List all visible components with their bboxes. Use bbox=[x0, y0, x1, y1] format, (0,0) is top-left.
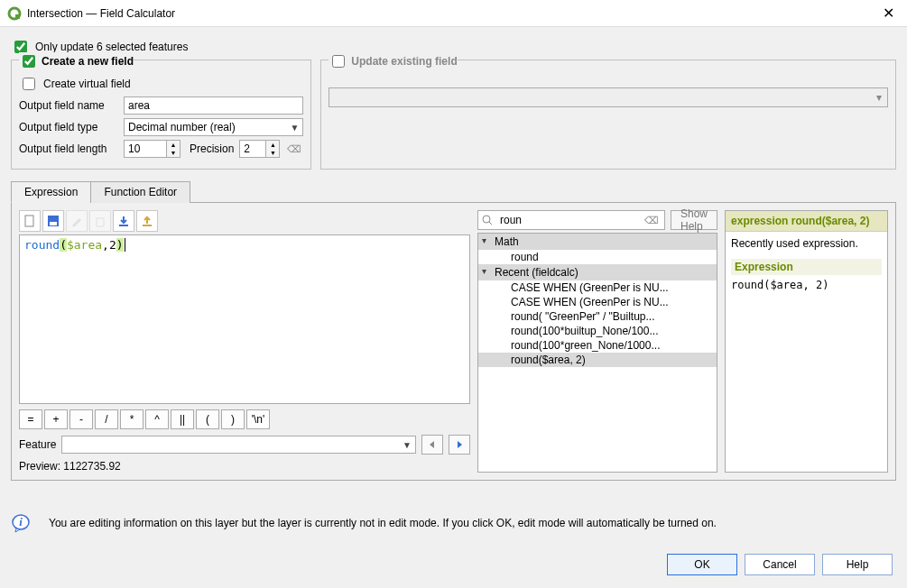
field-name-input[interactable] bbox=[124, 96, 303, 115]
svg-rect-4 bbox=[50, 222, 57, 225]
field-name-label: Output field name bbox=[19, 99, 118, 112]
help-title: expression round($area, 2) bbox=[726, 211, 887, 232]
virtual-field-label: Create virtual field bbox=[43, 78, 131, 90]
tree-group-recent[interactable]: Recent (fieldcalc) bbox=[478, 264, 717, 280]
field-length-label: Output field length bbox=[19, 142, 118, 155]
op-power[interactable]: ^ bbox=[145, 409, 169, 429]
qgis-icon bbox=[7, 6, 22, 21]
field-length-stepper[interactable]: ▲▼ bbox=[124, 140, 180, 158]
update-field-legend: Update existing field bbox=[351, 55, 457, 68]
cancel-button[interactable]: Cancel bbox=[745, 554, 815, 575]
tree-item[interactable]: round(100*builtup_None/100... bbox=[478, 324, 717, 338]
tree-item[interactable]: round bbox=[478, 250, 717, 264]
dialog-buttons: OK Cancel Help bbox=[667, 554, 893, 575]
tree-item[interactable]: CASE WHEN (GreenPer is NU... bbox=[478, 280, 717, 295]
new-file-icon[interactable] bbox=[19, 210, 41, 232]
help-code: round($area, 2) bbox=[731, 279, 882, 291]
edit-icon bbox=[66, 210, 88, 232]
update-field-group: Update existing field ▾ bbox=[320, 60, 896, 170]
virtual-field-checkbox[interactable] bbox=[23, 78, 35, 90]
field-type-label: Output field type bbox=[19, 121, 118, 133]
window-title: Intersection — Field Calculator bbox=[27, 7, 877, 20]
close-icon[interactable]: ✕ bbox=[877, 5, 900, 22]
function-search[interactable]: ⌫ bbox=[477, 210, 665, 230]
feature-next-button[interactable] bbox=[449, 435, 470, 455]
search-icon bbox=[482, 215, 493, 225]
spin-down-icon[interactable]: ▼ bbox=[266, 149, 279, 157]
tree-item[interactable]: CASE WHEN (GreenPer is NU... bbox=[478, 295, 717, 309]
tree-item-selected[interactable]: round($area, 2) bbox=[478, 353, 717, 367]
svg-rect-2 bbox=[25, 216, 33, 226]
feature-label: Feature bbox=[19, 438, 56, 451]
op-newline[interactable]: '\n' bbox=[246, 409, 270, 429]
chevron-down-icon: ▼ bbox=[403, 440, 412, 450]
svg-text:i: i bbox=[19, 515, 23, 528]
chevron-down-icon: ▾ bbox=[876, 91, 882, 104]
tab-bar: Expression Function Editor bbox=[11, 180, 896, 203]
titlebar: Intersection — Field Calculator ✕ bbox=[0, 0, 907, 27]
svg-rect-6 bbox=[119, 225, 128, 226]
feature-select[interactable]: ▼ bbox=[61, 436, 416, 454]
help-panel: expression round($area, 2) Recently used… bbox=[725, 210, 888, 473]
operator-row: = + - / * ^ || ( ) '\n' bbox=[19, 409, 470, 429]
tree-item[interactable]: round(100*green_None/1000... bbox=[478, 338, 717, 353]
svg-rect-7 bbox=[143, 225, 152, 226]
tree-group-math[interactable]: Math bbox=[478, 234, 717, 250]
op-multiply[interactable]: * bbox=[120, 409, 143, 429]
update-field-checkbox[interactable] bbox=[332, 55, 345, 68]
op-rparen[interactable]: ) bbox=[221, 409, 245, 429]
precision-stepper[interactable]: ▲▼ bbox=[239, 140, 280, 158]
preview-label: Preview: 1122735.92 bbox=[19, 460, 470, 473]
op-concat[interactable]: || bbox=[171, 409, 194, 429]
search-input[interactable] bbox=[496, 212, 639, 228]
update-field-select[interactable]: ▾ bbox=[329, 87, 888, 107]
svg-line-9 bbox=[489, 222, 492, 225]
expression-editor[interactable]: round($area,2) bbox=[19, 234, 470, 404]
help-sub: Expression bbox=[731, 259, 882, 275]
show-help-button[interactable]: Show Help bbox=[671, 210, 717, 230]
help-recent: Recently used expression. bbox=[731, 237, 882, 250]
tab-function-editor[interactable]: Function Editor bbox=[90, 181, 190, 203]
precision-label: Precision bbox=[190, 142, 234, 155]
delete-icon bbox=[89, 210, 111, 232]
create-field-group: Create a new field Create virtual field … bbox=[11, 60, 311, 170]
create-field-legend: Create a new field bbox=[42, 55, 134, 68]
op-minus[interactable]: - bbox=[69, 409, 93, 429]
clear-search-icon[interactable]: ⌫ bbox=[643, 215, 661, 226]
clear-icon[interactable]: ⌫ bbox=[285, 143, 303, 155]
chevron-down-icon: ▼ bbox=[290, 123, 299, 133]
svg-rect-1 bbox=[15, 14, 20, 19]
save-icon[interactable] bbox=[42, 210, 64, 232]
import-icon[interactable] bbox=[113, 210, 134, 232]
only-update-checkbox[interactable] bbox=[14, 41, 27, 53]
op-divide[interactable]: / bbox=[95, 409, 118, 429]
svg-rect-5 bbox=[97, 218, 104, 226]
info-text: You are editing information on this laye… bbox=[49, 517, 717, 529]
ok-button[interactable]: OK bbox=[667, 554, 737, 575]
spin-up-icon[interactable]: ▲ bbox=[266, 141, 279, 149]
op-plus[interactable]: + bbox=[44, 409, 68, 429]
help-button[interactable]: Help bbox=[822, 554, 893, 575]
svg-point-8 bbox=[483, 216, 490, 223]
tree-item[interactable]: round( "GreenPer" / "Builtup... bbox=[478, 309, 717, 324]
info-icon: i bbox=[11, 513, 31, 533]
create-field-checkbox[interactable] bbox=[23, 55, 35, 68]
expression-toolbar bbox=[19, 210, 470, 232]
spin-down-icon[interactable]: ▼ bbox=[167, 149, 180, 157]
function-tree[interactable]: Math round Recent (fieldcalc) CASE WHEN … bbox=[477, 233, 717, 473]
op-lparen[interactable]: ( bbox=[196, 409, 219, 429]
tab-expression[interactable]: Expression bbox=[11, 181, 91, 203]
export-icon[interactable] bbox=[136, 210, 158, 232]
only-update-label: Only update 6 selected features bbox=[35, 41, 188, 53]
spin-up-icon[interactable]: ▲ bbox=[167, 141, 180, 149]
op-equals[interactable]: = bbox=[19, 409, 42, 429]
feature-prev-button[interactable] bbox=[421, 435, 443, 455]
field-type-select[interactable]: Decimal number (real) ▼ bbox=[124, 118, 303, 136]
info-row: i You are editing information on this la… bbox=[0, 513, 907, 533]
